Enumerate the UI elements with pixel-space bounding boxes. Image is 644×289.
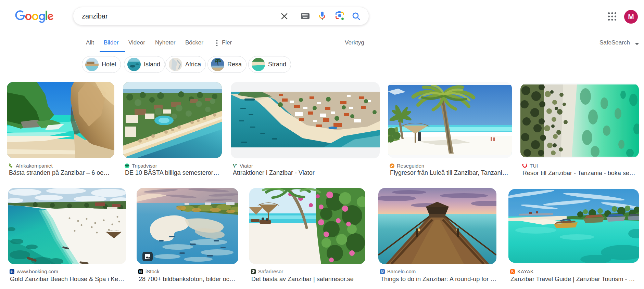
svg-text:V: V (233, 163, 236, 168)
